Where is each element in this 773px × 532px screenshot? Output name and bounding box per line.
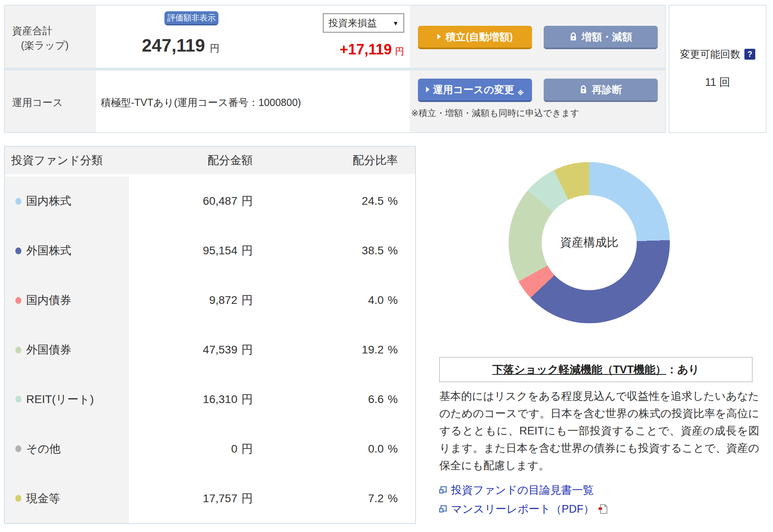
asset-total-amount-unit: 円 bbox=[210, 43, 220, 54]
monthly-report-link[interactable]: マンスリーレポート（PDF） bbox=[438, 502, 608, 516]
course-description: 基本的にはリスクをある程度見込んで収益性を追求したいあなたのためのコースです。日… bbox=[439, 388, 759, 474]
category-label: REIT(リート) bbox=[26, 392, 94, 407]
profit-period-selected: 投資来損益 bbox=[324, 17, 393, 29]
allocation-table-header: 投資ファンド分類 配分金額 配分比率 bbox=[5, 147, 415, 174]
course-value: 積極型-TVTあり(運用コース番号：1000800) bbox=[101, 96, 301, 109]
header-fund-category: 投資ファンド分類 bbox=[5, 153, 129, 168]
arrow-right-icon bbox=[437, 34, 441, 39]
category-label: 国内株式 bbox=[26, 193, 71, 209]
allocation-amount: 60,487円 bbox=[129, 193, 253, 209]
asset-total-label: 資産合計 (楽ラップ) bbox=[12, 23, 69, 52]
allocation-ratio: 24.5% bbox=[253, 195, 398, 208]
donut-center-label: 資産構成比 bbox=[560, 235, 619, 251]
tvt-feature-title: 下落ショック軽減機能（TVT機能） bbox=[492, 362, 667, 377]
category-label: 現金等 bbox=[26, 491, 60, 506]
category-color-dot bbox=[15, 347, 21, 353]
tsumitate-button-label: 積立(自動増額) bbox=[446, 30, 513, 44]
table-row: 国内株式 60,487円 24.5% bbox=[5, 177, 415, 226]
rakuten-wrap-dashboard: 資産合計 (楽ラップ) 評価額非表示 247,119円 投資来損益 ▼ +17,… bbox=[0, 0, 773, 532]
course-label: 運用コース bbox=[12, 96, 63, 109]
table-row: 国内債券 9,872円 4.0% bbox=[5, 276, 415, 325]
pdf-icon bbox=[598, 504, 608, 514]
allocation-ratio: 6.6% bbox=[253, 393, 398, 406]
allocation-ratio: 19.2% bbox=[253, 343, 398, 356]
tvt-feature-value: ：あり bbox=[666, 362, 699, 377]
category-color-dot bbox=[15, 247, 21, 254]
table-row: 外国債券 47,539円 19.2% bbox=[5, 325, 415, 375]
profit-value: +17,119 bbox=[340, 41, 392, 58]
profit-unit: 円 bbox=[395, 46, 404, 56]
allocation-amount: 16,310円 bbox=[129, 392, 253, 407]
window-icon bbox=[438, 486, 447, 495]
zogaku-gengaku-button[interactable]: 増額・減額 bbox=[544, 26, 658, 49]
category-label: 国内債券 bbox=[26, 293, 71, 308]
change-count-value: 11 回 bbox=[669, 75, 766, 89]
profit-period-select[interactable]: 投資来損益 ▼ bbox=[323, 13, 404, 33]
simultaneous-application-note: ※積立・増額・減額も同時に申込できます bbox=[411, 107, 580, 119]
monthly-report-link-label: マンスリーレポート（PDF） bbox=[451, 502, 594, 516]
category-color-dot bbox=[15, 198, 21, 205]
prospectus-link[interactable]: 投資ファンドの目論見書一覧 bbox=[438, 483, 608, 497]
window-icon bbox=[438, 505, 447, 513]
header-allocation-ratio: 配分比率 bbox=[253, 153, 398, 168]
change-count-panel: 変更可能回数 ? 11 回 bbox=[669, 5, 767, 133]
arrow-right-icon bbox=[426, 87, 430, 92]
lock-icon bbox=[580, 85, 587, 94]
rediagnosis-button-label: 再診断 bbox=[592, 83, 622, 96]
asset-total-label-line1: 資産合計 bbox=[12, 23, 69, 38]
asset-total-amount: 247,119円 bbox=[142, 35, 220, 56]
allocation-ratio: 7.2% bbox=[253, 492, 398, 505]
category-label: 外国債券 bbox=[26, 342, 71, 357]
lock-icon bbox=[569, 32, 577, 42]
course-change-note-mark: ※ bbox=[517, 89, 524, 100]
table-row: その他 0円 0.0% bbox=[5, 424, 415, 474]
row-divider bbox=[5, 68, 665, 71]
allocation-table-body: 国内株式 60,487円 24.5% 外国株式 95,154円 38.5% 国内… bbox=[5, 177, 415, 523]
chevron-down-icon: ▼ bbox=[393, 20, 403, 27]
change-count-header: 変更可能回数 ? bbox=[669, 48, 766, 61]
allocation-ratio: 4.0% bbox=[253, 294, 398, 307]
table-row: 外国株式 95,154円 38.5% bbox=[5, 226, 415, 276]
asset-total-amount-value: 247,119 bbox=[142, 35, 205, 55]
asset-composition-donut: 資産構成比 bbox=[509, 162, 670, 323]
rediagnosis-button[interactable]: 再診断 bbox=[544, 79, 658, 102]
change-count-label: 変更可能回数 bbox=[680, 48, 740, 61]
change-count-unit: 回 bbox=[719, 76, 730, 88]
fund-allocation-table: 投資ファンド分類 配分金額 配分比率 国内株式 60,487円 24.5% 外国… bbox=[4, 146, 416, 524]
table-row: 現金等 17,757円 7.2% bbox=[5, 474, 415, 523]
allocation-amount: 95,154円 bbox=[129, 243, 253, 258]
prospectus-link-label: 投資ファンドの目論見書一覧 bbox=[451, 483, 594, 497]
profit-amount: +17,119円 bbox=[263, 41, 404, 58]
category-color-dot bbox=[15, 396, 21, 403]
asset-summary-panel: 資産合計 (楽ラップ) 評価額非表示 247,119円 投資来損益 ▼ +17,… bbox=[4, 5, 666, 133]
allocation-amount: 47,539円 bbox=[129, 342, 253, 357]
donut-hole: 資産構成比 bbox=[542, 195, 637, 290]
header-allocation-amount: 配分金額 bbox=[129, 153, 253, 168]
course-change-button-label: 運用コースの変更 bbox=[433, 83, 514, 96]
category-label: その他 bbox=[26, 441, 60, 457]
category-color-dot bbox=[15, 495, 21, 502]
zogaku-gengaku-button-label: 増額・減額 bbox=[582, 30, 632, 44]
tsumitate-button[interactable]: 積立(自動増額) bbox=[418, 26, 532, 49]
allocation-amount: 0円 bbox=[129, 441, 253, 457]
category-label: 外国株式 bbox=[26, 243, 71, 258]
tvt-feature-box: 下落ショック軽減機能（TVT機能）：あり bbox=[439, 357, 752, 382]
category-color-dot bbox=[15, 445, 21, 452]
allocation-ratio: 0.0% bbox=[253, 443, 398, 455]
document-links: 投資ファンドの目論見書一覧 マンスリーレポート（PDF） bbox=[438, 483, 608, 516]
allocation-amount: 9,872円 bbox=[129, 293, 253, 308]
category-color-dot bbox=[15, 297, 21, 304]
course-change-button[interactable]: 運用コースの変更 ※ bbox=[418, 79, 532, 102]
allocation-amount: 17,757円 bbox=[129, 491, 253, 506]
help-icon[interactable]: ? bbox=[744, 49, 755, 60]
table-row: REIT(リート) 16,310円 6.6% bbox=[5, 374, 415, 424]
allocation-ratio: 38.5% bbox=[253, 244, 398, 257]
hide-valuation-button[interactable]: 評価額非表示 bbox=[164, 11, 218, 25]
change-count-number: 11 bbox=[705, 76, 716, 88]
asset-total-label-line2: (楽ラップ) bbox=[12, 38, 69, 52]
